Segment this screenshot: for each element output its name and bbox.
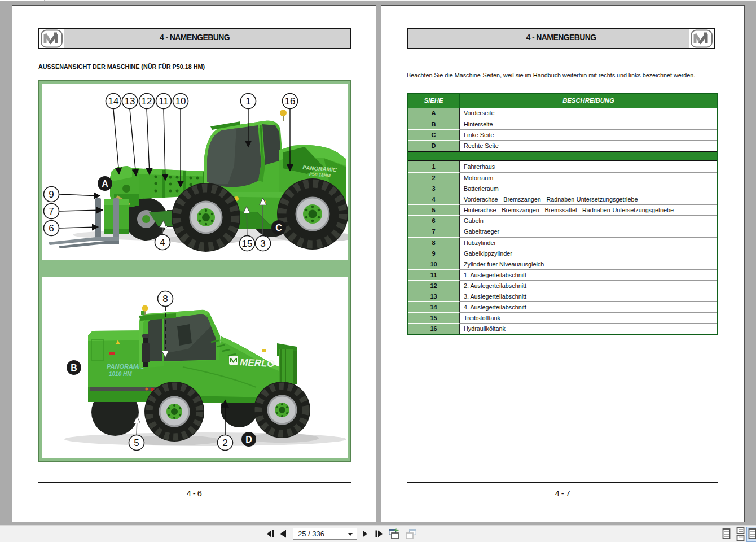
svg-text:14: 14 [108, 96, 119, 107]
svg-text:6: 6 [49, 223, 54, 234]
svg-text:13: 13 [125, 96, 135, 107]
svg-text:C: C [275, 223, 282, 233]
svg-text:8: 8 [162, 294, 168, 304]
svg-text:1: 1 [245, 96, 250, 107]
svg-text:3: 3 [260, 238, 265, 249]
svg-text:7: 7 [49, 206, 54, 217]
svg-text:16: 16 [285, 96, 296, 107]
svg-text:9: 9 [49, 189, 54, 200]
svg-text:5: 5 [134, 438, 139, 448]
svg-text:MERLO: MERLO [240, 357, 275, 369]
svg-text:PANORAMIC: PANORAMIC [107, 363, 145, 370]
svg-text:D: D [245, 435, 252, 444]
svg-text:10: 10 [175, 96, 186, 107]
svg-text:B: B [71, 363, 77, 373]
svg-text:A: A [102, 179, 108, 189]
svg-text:12: 12 [142, 96, 152, 107]
svg-text:15: 15 [242, 238, 253, 249]
svg-text:1010 HM: 1010 HM [109, 371, 132, 377]
svg-text:11: 11 [159, 96, 169, 107]
svg-text:4: 4 [160, 237, 165, 248]
svg-text:2: 2 [222, 438, 227, 448]
